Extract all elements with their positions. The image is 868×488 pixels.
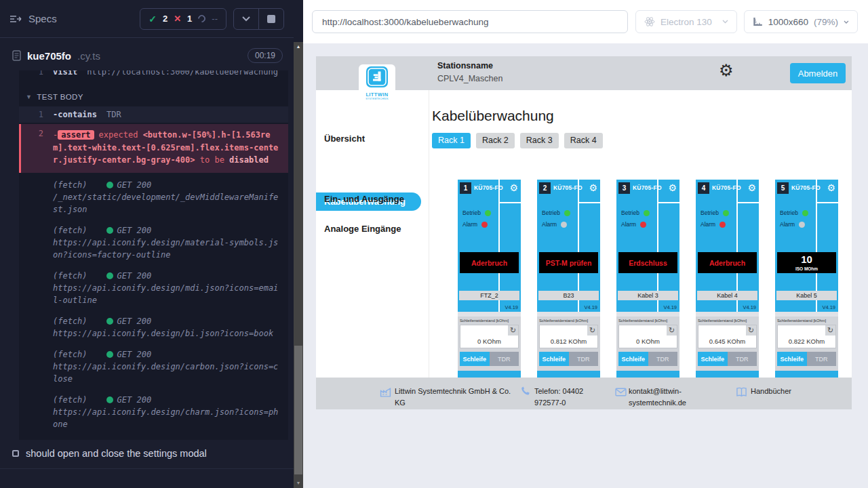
sidebar-item-analoge-eingaenge[interactable]: Analoge Eingänge (324, 224, 401, 234)
sidebar-item-ein-und-ausgaenge[interactable]: Ein- und Ausgänge (324, 194, 404, 204)
divider (658, 202, 679, 203)
spec-file-row[interactable]: kue705fo.cy.ts 00:19 (0, 38, 294, 70)
assert-message: -assertexpected <button.w-[50%].h-[1.563… (53, 129, 281, 167)
assert-keyword: disabled (229, 155, 269, 165)
betrieb-led (564, 210, 570, 216)
schleife-button[interactable]: Schleife (777, 352, 807, 366)
schleife-button[interactable]: Schleife (698, 352, 728, 366)
refresh-icon[interactable]: ↻ (508, 325, 518, 336)
status-text: PST-M prüfen (546, 259, 592, 267)
tdr-button[interactable]: TDR (728, 352, 757, 366)
schleife-button[interactable]: Schleife (460, 352, 490, 366)
settings-gear-icon[interactable]: ⚙ (719, 61, 734, 80)
browser-url-bar: Electron 130 1000x660 (79%) (303, 0, 868, 43)
tdr-button[interactable]: TDR (490, 352, 519, 366)
scrollbar-track[interactable]: ▲ ▼ (294, 42, 303, 488)
sidebar-item-uebersicht[interactable]: Übersicht (324, 134, 365, 144)
refresh-icon[interactable]: ↻ (825, 325, 835, 336)
spec-duration-badge: 00:19 (248, 48, 283, 63)
station-name: CPLV4_Maschen (437, 74, 502, 83)
fetch-log-row[interactable]: (fetch)GET 200 https://api.iconify.desig… (19, 388, 288, 433)
resistance-value-box: ↻0 KOhm (618, 325, 677, 348)
firmware-version: V4.19 (584, 304, 597, 310)
card-gear-icon[interactable]: ⚙ (827, 182, 835, 193)
card-gear-icon[interactable]: ⚙ (668, 182, 677, 193)
contact-email[interactable]: kontakt@littwin-systemtechnik.de (629, 386, 702, 408)
visit-command: visit (53, 70, 77, 77)
fetch-log-row[interactable]: (fetch)GET 200 https://api.iconify.desig… (19, 218, 288, 264)
status-text: Aderbruch (709, 259, 745, 267)
fetch-url: https://api.iconify.design/bi.json?icons… (53, 327, 273, 340)
divider (458, 312, 521, 317)
test-body-header[interactable]: ▼ TEST BODY (19, 85, 288, 106)
card-gear-icon[interactable]: ⚙ (509, 182, 518, 193)
resistance-label: Schleifenwiderstand [kOhm] (777, 319, 836, 323)
status-ok-dot (106, 396, 113, 403)
command-log: 1 visit http://localhost:3000/kabelueber… (19, 70, 288, 440)
firmware-version: V4.19 (822, 304, 835, 310)
fetch-log-row[interactable]: (fetch)GET 200 https://api.iconify.desig… (19, 309, 288, 342)
fetch-log-row[interactable]: (fetch)GET 200 https://api.iconify.desig… (19, 342, 288, 388)
scroll-down-arrow[interactable]: ▼ (294, 479, 303, 488)
command-row-visit[interactable]: 1 visit http://localhost:3000/kabelueber… (19, 70, 288, 85)
card-gear-icon[interactable]: ⚙ (747, 182, 756, 193)
fetch-log-row[interactable]: (fetch)GET 200 https://api.iconify.desig… (19, 264, 288, 309)
firmware-version: V4.19 (743, 304, 756, 310)
tab-rack-3[interactable]: Rack 3 (520, 133, 559, 148)
electron-icon (644, 16, 655, 27)
slot-number-badge: 2 (539, 182, 551, 194)
schleife-button[interactable]: Schleife (539, 352, 569, 366)
tab-rack-4[interactable]: Rack 4 (564, 133, 603, 148)
scroll-up-arrow[interactable]: ▲ (294, 42, 303, 52)
slot-number-badge: 3 (618, 182, 630, 194)
status-text: Aderbruch (471, 259, 507, 267)
divider (500, 202, 521, 203)
refresh-icon[interactable]: ↻ (667, 325, 677, 336)
device-card: 3KÜ705-FO⚙ Betrieb Alarm Erdschluss Kabe… (616, 180, 679, 403)
logout-button[interactable]: Abmelden (790, 63, 846, 83)
application-frame: Stationsname CPLV4_Maschen ⚙ Abmelden LI… (316, 56, 852, 409)
specs-label: Specs (28, 13, 57, 24)
betrieb-label: Betrieb (701, 209, 719, 216)
divider (738, 202, 759, 203)
pending-test-row[interactable]: should open and close the settings modal (12, 448, 283, 459)
alarm-led (561, 222, 567, 228)
resistance-value-box: ↻0.812 KOhm (539, 325, 598, 348)
phone-number[interactable]: Telefon: 04402 972577-0 (534, 386, 602, 408)
slot-number-badge: 1 (460, 182, 471, 194)
card-gear-icon[interactable]: ⚙ (589, 182, 597, 193)
station-label: Stationsname (437, 61, 502, 70)
browser-select[interactable]: Electron 130 (635, 10, 737, 33)
cable-name: Kabel 4 (697, 291, 757, 300)
fetch-url: https://api.iconify.design/charm.json?ic… (53, 406, 283, 430)
alarm-led (640, 222, 646, 228)
scrollbar-thumb[interactable] (294, 346, 302, 474)
failed-assert-row[interactable]: 2 -assertexpected <button.w-[50%].h-[1.5… (19, 124, 288, 173)
specs-menu-button[interactable]: Specs (9, 13, 57, 24)
url-input[interactable] (312, 10, 628, 33)
schleife-button[interactable]: Schleife (618, 352, 648, 366)
resistance-value-box: ↻0.645 KOhm (698, 325, 757, 348)
email-icon (615, 386, 627, 398)
refresh-icon[interactable]: ↻ (746, 325, 756, 336)
browser-name: Electron 130 (660, 17, 712, 27)
status-ok-dot (106, 318, 113, 325)
tab-rack-2[interactable]: Rack 2 (476, 133, 515, 148)
betrieb-led (485, 210, 491, 216)
fetch-log-row[interactable]: (fetch)GET 200 /_next/static/development… (19, 173, 288, 218)
collapse-button[interactable] (234, 9, 258, 29)
manuals-link[interactable]: Handbücher (751, 386, 791, 397)
refresh-icon[interactable]: ↻ (587, 325, 597, 336)
viewport-select[interactable]: 1000x660 (79%) (744, 10, 858, 33)
pending-test-title: should open and close the settings modal (26, 448, 207, 459)
tdr-button[interactable]: TDR (569, 352, 599, 366)
status-ok-dot (106, 272, 113, 279)
tdr-button[interactable]: TDR (807, 352, 837, 366)
chevron-down-icon (242, 16, 250, 22)
resistance-label: Schleifenwiderstand [kOhm] (698, 319, 757, 323)
alarm-label: Alarm (462, 221, 477, 228)
tdr-button[interactable]: TDR (648, 352, 678, 366)
tab-rack-1[interactable]: Rack 1 (432, 133, 471, 148)
stop-button[interactable] (258, 9, 283, 29)
command-row-contains[interactable]: 1 -contains TDR (19, 106, 288, 123)
